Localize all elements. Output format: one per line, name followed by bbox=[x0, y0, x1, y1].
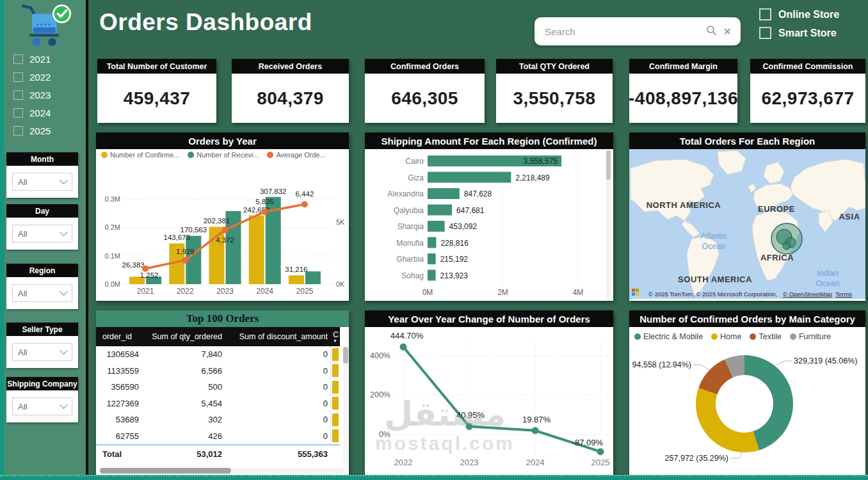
region-bar[interactable] bbox=[428, 205, 452, 216]
legend-item[interactable]: Number of Confirme... bbox=[101, 151, 179, 159]
clear-search-icon[interactable]: ✕ bbox=[723, 26, 732, 38]
panel-orders-map: Total Orders For Each Region NORTH AMERI… bbox=[629, 132, 865, 301]
kpi-card: Confirmed Margin-408,897,136 bbox=[629, 59, 737, 123]
line-point[interactable] bbox=[400, 344, 407, 351]
table-row[interactable]: 627554260 bbox=[96, 428, 340, 445]
region-bar[interactable] bbox=[428, 270, 436, 281]
table-row[interactable]: 11335596,5660 bbox=[96, 363, 340, 380]
region-bar[interactable] bbox=[428, 221, 445, 232]
data-bar bbox=[332, 429, 339, 442]
legend-label: Textile bbox=[759, 332, 781, 341]
year-checkbox-2021[interactable]: 2021 bbox=[0, 50, 86, 68]
cell-order-id: 1227369 bbox=[96, 396, 139, 412]
line-point[interactable] bbox=[262, 209, 268, 215]
year-checkbox-2024[interactable]: 2024 bbox=[0, 104, 86, 122]
region-bar[interactable] bbox=[428, 188, 460, 199]
ocean-label: Indian bbox=[817, 269, 839, 278]
shipping-company-dropdown[interactable]: All bbox=[12, 397, 72, 415]
checkbox-icon bbox=[13, 72, 23, 82]
scrollbar-thumb[interactable] bbox=[343, 347, 348, 364]
search-input[interactable] bbox=[543, 26, 700, 38]
line-point[interactable] bbox=[532, 427, 539, 434]
dropdown-value: All bbox=[18, 402, 27, 412]
legend-item[interactable]: Number of Recevi... bbox=[188, 151, 259, 159]
line-point[interactable] bbox=[301, 201, 308, 207]
slicer-month: MonthAll bbox=[6, 152, 78, 198]
legend-label: Electric & Mobile bbox=[643, 332, 703, 341]
map-label: SOUTH AMERICA bbox=[678, 275, 752, 284]
year-label: 2024 bbox=[29, 108, 51, 118]
legend-dot-icon bbox=[188, 152, 194, 158]
panel-top-100-orders: Top 100 Orders order_idSum of qty_ordere… bbox=[96, 310, 349, 477]
bar-confirmed[interactable] bbox=[249, 216, 264, 284]
table-row[interactable]: 536893020 bbox=[96, 412, 340, 429]
data-bar bbox=[332, 397, 339, 410]
region-bar[interactable] bbox=[428, 237, 436, 248]
legend-dot-icon bbox=[790, 333, 796, 340]
year-label: 2022 bbox=[29, 72, 51, 83]
panel-title: Top 100 Orders bbox=[96, 310, 349, 327]
dashboard-root: 20212022202320242025 MonthAllDayAllRegio… bbox=[0, 0, 868, 480]
month-dropdown[interactable]: All bbox=[12, 173, 72, 191]
shipping-plot: Cairo3,558,575Giza2,218,489Alexandria847… bbox=[365, 149, 613, 301]
day-dropdown[interactable]: All bbox=[12, 225, 72, 243]
column-header-discount[interactable]: Sum of discount_amount bbox=[226, 327, 332, 346]
map-attribution-osm-link: © OpenStreetMap bbox=[783, 291, 832, 298]
chart-text: 6,442 bbox=[296, 190, 314, 198]
checkbox-icon bbox=[13, 90, 23, 100]
chart-text: Cairo bbox=[405, 157, 424, 166]
checkbox-icon bbox=[13, 126, 23, 136]
chevron-down-icon bbox=[60, 401, 68, 409]
kpi-value: 804,379 bbox=[232, 74, 349, 123]
line-point[interactable] bbox=[182, 257, 188, 264]
line-point[interactable] bbox=[222, 227, 229, 233]
table-row[interactable]: 13065847,8400 bbox=[96, 346, 340, 364]
cell-discount: 0 bbox=[226, 379, 328, 395]
table-row[interactable]: 12273695,4540 bbox=[96, 396, 340, 413]
column-header-qty[interactable]: Sum of qty_ordered bbox=[141, 327, 226, 346]
legend-item[interactable]: Home bbox=[711, 332, 741, 341]
region-bar[interactable] bbox=[428, 253, 436, 264]
legend-item[interactable]: Electric & Mobile bbox=[634, 332, 703, 341]
store-type-filter: Online Store Smart Store bbox=[759, 8, 839, 39]
sort-descending-icon: ▼ bbox=[333, 339, 337, 343]
legend-item[interactable]: Textile bbox=[750, 332, 781, 341]
column-header-order-id[interactable]: order_id bbox=[96, 327, 141, 346]
panel-title: Year Over Year Change of Number of Order… bbox=[365, 310, 613, 327]
chart-text: Monufia bbox=[396, 239, 424, 248]
cell-discount: 0 bbox=[226, 396, 328, 412]
scrollbar-track[interactable] bbox=[343, 347, 348, 463]
checkbox-icon bbox=[13, 54, 23, 64]
map-label: AFRICA bbox=[760, 253, 794, 262]
bar-confirmed[interactable] bbox=[289, 275, 304, 284]
slicer-seller-type: Seller TypeAll bbox=[6, 323, 78, 368]
scrollbar-thumb[interactable] bbox=[606, 150, 611, 180]
year-checkbox-2023[interactable]: 2023 bbox=[0, 86, 86, 104]
smart-store-checkbox[interactable]: Smart Store bbox=[759, 27, 839, 39]
bar-received[interactable] bbox=[305, 271, 321, 284]
year-checkbox-2022[interactable]: 2022 bbox=[0, 68, 86, 86]
data-bar bbox=[332, 381, 339, 394]
donut-chart[interactable] bbox=[696, 355, 793, 452]
world-map[interactable]: NORTH AMERICAEUROPEASIAAFRICASOUTH AMERI… bbox=[629, 149, 865, 299]
slicer-body: All bbox=[6, 390, 78, 422]
checkbox-icon bbox=[759, 27, 771, 39]
region-dropdown[interactable]: All bbox=[12, 284, 72, 302]
region-bar[interactable] bbox=[428, 172, 511, 183]
legend-item[interactable]: Furniture bbox=[790, 332, 831, 341]
online-store-checkbox[interactable]: Online Store bbox=[759, 8, 839, 20]
h-scrollbar-thumb[interactable] bbox=[100, 468, 231, 474]
legend-item[interactable]: Average Orde... bbox=[267, 151, 325, 159]
cell-order-id: 356590 bbox=[96, 379, 139, 395]
slicer-title: Shipping Company bbox=[6, 377, 78, 390]
line-point[interactable] bbox=[466, 423, 473, 430]
panel-shipping-by-region: Shipping Amount For Each Region (Confirm… bbox=[365, 132, 613, 301]
table-row[interactable]: 3565905000 bbox=[96, 379, 340, 396]
line-point[interactable] bbox=[597, 448, 604, 455]
year-label: 2021 bbox=[29, 54, 51, 65]
kpi-card: Received Orders804,379 bbox=[232, 59, 349, 123]
column-header-clipped[interactable]: C▼ bbox=[332, 327, 340, 346]
seller-type-dropdown[interactable]: All bbox=[12, 343, 72, 361]
table-total-row: Total53,012555,363 bbox=[96, 444, 340, 463]
year-checkbox-2025[interactable]: 2025 bbox=[0, 122, 86, 140]
